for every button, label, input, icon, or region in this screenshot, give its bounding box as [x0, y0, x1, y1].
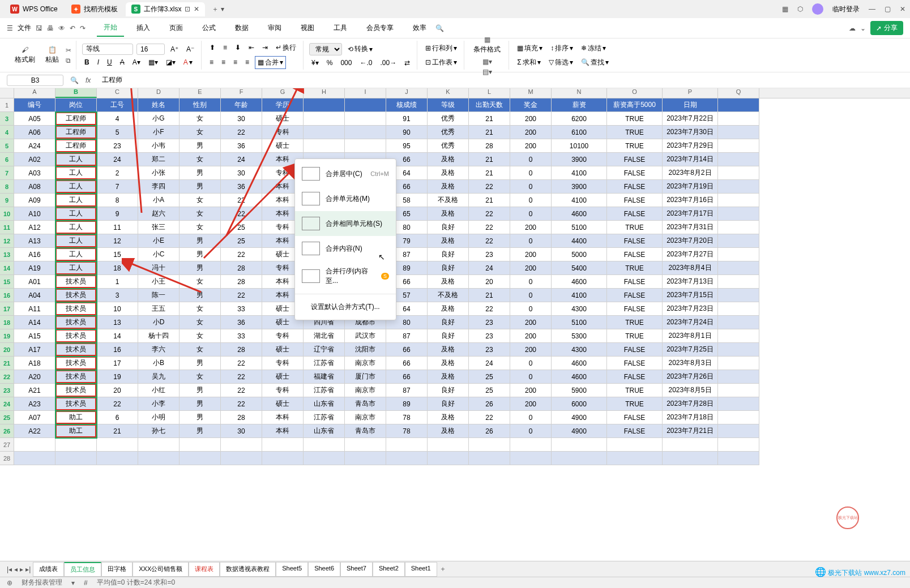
cell[interactable]: 工人: [55, 234, 97, 248]
cell[interactable]: 200: [510, 126, 552, 139]
row-header[interactable]: 10: [0, 207, 14, 221]
cell[interactable]: 0: [510, 234, 552, 248]
cell[interactable]: 26: [469, 424, 510, 438]
cell[interactable]: 20: [469, 275, 510, 289]
cell[interactable]: 200: [510, 248, 552, 261]
col-header-N[interactable]: N: [552, 88, 607, 98]
cell[interactable]: 6: [97, 411, 138, 424]
file-menu[interactable]: 文件: [18, 23, 31, 33]
cell[interactable]: 4900: [552, 411, 607, 424]
cell[interactable]: 优秀: [428, 139, 469, 153]
cell[interactable]: 助工: [55, 411, 97, 424]
cell[interactable]: 2023年7月31日: [663, 221, 718, 234]
cell[interactable]: 30: [221, 166, 262, 180]
cell[interactable]: 优秀: [428, 126, 469, 139]
cell[interactable]: 女: [180, 316, 221, 329]
cell[interactable]: 10100: [552, 139, 607, 153]
col-header-B[interactable]: B: [55, 88, 97, 98]
cell[interactable]: 王五: [138, 302, 180, 316]
font-size-select[interactable]: [136, 44, 165, 55]
cell[interactable]: 0: [510, 370, 552, 384]
cell[interactable]: 2023年7月26日: [663, 370, 718, 384]
cell[interactable]: 12: [97, 234, 138, 248]
row-header[interactable]: 7: [0, 166, 14, 180]
cell[interactable]: A09: [14, 194, 55, 207]
cell[interactable]: [345, 452, 386, 465]
cell[interactable]: 工人: [55, 153, 97, 166]
cell[interactable]: A17: [14, 343, 55, 357]
header-cell[interactable]: 薪资: [552, 98, 607, 112]
cell[interactable]: A18: [14, 357, 55, 370]
cell[interactable]: 0: [510, 166, 552, 180]
cell[interactable]: 95: [386, 139, 428, 153]
cell[interactable]: [469, 438, 510, 452]
row-header[interactable]: 27: [0, 438, 14, 452]
cell[interactable]: FALSE: [607, 153, 663, 166]
cell[interactable]: [718, 126, 759, 139]
share-button[interactable]: ➚ 分享: [870, 21, 903, 35]
cell[interactable]: 及格: [428, 180, 469, 194]
inc-decimal-icon[interactable]: ←.0: [357, 58, 374, 68]
cell[interactable]: 良好: [428, 248, 469, 261]
cell[interactable]: 5900: [552, 384, 607, 397]
cell[interactable]: 山东省: [304, 424, 345, 438]
header-cell[interactable]: [345, 98, 386, 112]
header-cell[interactable]: 学历: [262, 98, 304, 112]
cell[interactable]: [138, 452, 180, 465]
cell[interactable]: 4600: [552, 275, 607, 289]
cell[interactable]: 6100: [552, 126, 607, 139]
cell[interactable]: 男: [180, 357, 221, 370]
cell[interactable]: 22: [221, 397, 262, 411]
app-tab-template[interactable]: ✦ 找稻壳模板: [66, 2, 123, 16]
cell[interactable]: 江苏省: [304, 357, 345, 370]
col-header-Q[interactable]: Q: [718, 88, 759, 98]
freeze-button[interactable]: ❄ 冻结▾: [579, 42, 608, 54]
cell[interactable]: [428, 438, 469, 452]
cell[interactable]: 87: [386, 329, 428, 343]
filter-button[interactable]: ▽ 筛选▾: [546, 57, 575, 68]
cell[interactable]: [262, 438, 304, 452]
cell[interactable]: 36: [221, 316, 262, 329]
cell[interactable]: [718, 248, 759, 261]
col-header-O[interactable]: O: [607, 88, 663, 98]
cell[interactable]: FALSE: [607, 248, 663, 261]
cell[interactable]: 23: [469, 316, 510, 329]
cell[interactable]: 辽宁省: [304, 343, 345, 357]
header-cell[interactable]: 日期: [663, 98, 718, 112]
cell[interactable]: 陈一: [138, 289, 180, 302]
cell[interactable]: 及格: [428, 424, 469, 438]
cell[interactable]: 及格: [428, 166, 469, 180]
cell[interactable]: A06: [14, 126, 55, 139]
cell[interactable]: 南京市: [345, 384, 386, 397]
cell[interactable]: 200: [510, 261, 552, 275]
row-header[interactable]: 22: [0, 370, 14, 384]
cell[interactable]: 0: [510, 424, 552, 438]
cell[interactable]: 4600: [552, 207, 607, 221]
cell[interactable]: 1: [97, 275, 138, 289]
cell[interactable]: 21: [469, 126, 510, 139]
sheet-tab-Sheet5[interactable]: Sheet5: [276, 562, 308, 564]
row-header[interactable]: 11: [0, 221, 14, 234]
cell[interactable]: 19: [97, 370, 138, 384]
cell[interactable]: 200: [510, 329, 552, 343]
print-icon[interactable]: 🖶: [47, 24, 54, 32]
cell[interactable]: 33: [221, 302, 262, 316]
app-tab-file[interactable]: S 工作簿3.xlsx ⊡ ✕: [126, 2, 206, 16]
cell[interactable]: 26: [469, 397, 510, 411]
col-header-H[interactable]: H: [304, 88, 345, 98]
paste-button[interactable]: 📋粘贴: [42, 45, 62, 66]
cell[interactable]: 小A: [138, 194, 180, 207]
cell[interactable]: 青岛市: [345, 424, 386, 438]
cell[interactable]: [345, 139, 386, 153]
cell[interactable]: 男: [180, 424, 221, 438]
cell[interactable]: 91: [386, 112, 428, 126]
row-col-button[interactable]: ⊞ 行和列▾: [423, 42, 459, 54]
preview-icon[interactable]: 👁: [58, 24, 65, 32]
cell[interactable]: TRUE: [607, 139, 663, 153]
cell[interactable]: FALSE: [607, 302, 663, 316]
cell[interactable]: [718, 452, 759, 465]
cell[interactable]: [718, 343, 759, 357]
sheet-tab-XXX公司销售额[interactable]: XXX公司销售额: [133, 562, 189, 564]
cell[interactable]: 良好: [428, 384, 469, 397]
app-tab-wps[interactable]: W WPS Office: [5, 2, 63, 16]
